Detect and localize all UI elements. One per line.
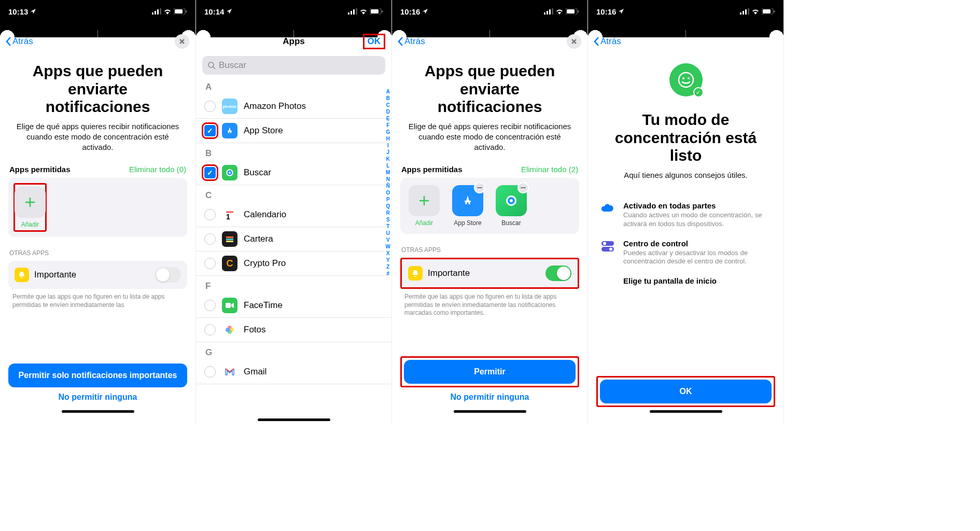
- importante-row[interactable]: Importante: [400, 258, 579, 289]
- index-letter[interactable]: O: [386, 189, 390, 196]
- index-letter[interactable]: C: [386, 102, 390, 108]
- index-letter[interactable]: Y: [386, 257, 390, 263]
- back-button[interactable]: Atrás: [5, 36, 33, 47]
- index-letter[interactable]: X: [386, 250, 390, 257]
- allowed-app-buscar[interactable]: Buscar: [495, 185, 528, 227]
- checkbox[interactable]: [204, 324, 216, 336]
- svg-rect-0: [152, 12, 153, 15]
- index-letter[interactable]: E: [386, 115, 390, 122]
- index-letter[interactable]: Z: [386, 263, 390, 270]
- index-letter[interactable]: T: [386, 223, 390, 230]
- status-bar: 10:16: [392, 0, 587, 23]
- index-letter[interactable]: Q: [386, 203, 390, 209]
- check-badge-icon: ✓: [693, 87, 704, 97]
- index-letter[interactable]: W: [386, 243, 390, 250]
- delete-all-button[interactable]: Eliminar todo (2): [521, 165, 578, 174]
- list-section-header: G: [196, 342, 391, 360]
- app-icon: [222, 322, 237, 338]
- index-letter[interactable]: H: [386, 135, 390, 142]
- toggle-icon: [599, 240, 616, 253]
- apps-allowed-header: Apps permitidas Eliminar todo (2): [392, 152, 587, 178]
- secondary-button[interactable]: No permitir ninguna: [400, 387, 579, 407]
- list-row[interactable]: CCrypto Pro: [196, 251, 391, 276]
- section-label: OTRAS APPS: [9, 249, 49, 257]
- ok-button[interactable]: OK: [363, 34, 386, 49]
- nav-bar: Atrás: [588, 30, 783, 53]
- close-button[interactable]: [567, 34, 581, 49]
- checkbox[interactable]: [204, 366, 216, 378]
- back-button[interactable]: Atrás: [397, 36, 425, 47]
- checkbox[interactable]: [204, 300, 216, 311]
- list-row[interactable]: Buscar: [196, 161, 391, 185]
- nav-title: Apps: [283, 36, 305, 47]
- list-row[interactable]: Cartera: [196, 227, 391, 251]
- index-letter[interactable]: F: [386, 122, 390, 129]
- secondary-button[interactable]: No permitir ninguna: [8, 387, 187, 407]
- list-row[interactable]: Gmail: [196, 360, 391, 384]
- index-letter[interactable]: A: [386, 88, 390, 95]
- index-letter[interactable]: D: [386, 108, 390, 115]
- hero-smiley-icon: ✓: [669, 63, 703, 96]
- index-letter[interactable]: Ñ: [386, 183, 390, 189]
- tip-desc: Puedes activar y desactivar los modos de…: [623, 249, 772, 267]
- close-button[interactable]: [175, 34, 189, 49]
- index-letter[interactable]: N: [386, 176, 390, 183]
- delete-all-button[interactable]: Eliminar todo (0): [129, 165, 186, 174]
- alpha-index[interactable]: ABCDEFGHIJKLMNÑOPQRSTUVWXYZ#: [386, 88, 390, 277]
- index-letter[interactable]: K: [386, 156, 390, 162]
- primary-button[interactable]: Permitir: [404, 360, 576, 384]
- remove-app-button[interactable]: [517, 182, 529, 193]
- importante-row[interactable]: Importante: [8, 261, 187, 289]
- list-row[interactable]: FaceTime: [196, 294, 391, 318]
- app-icon: [222, 231, 237, 247]
- page-description: Elige de qué apps quieres recibir notifi…: [392, 121, 587, 153]
- svg-rect-41: [763, 9, 771, 13]
- add-app-button[interactable]: Añadir: [408, 185, 441, 227]
- add-app-button[interactable]: Añadir: [13, 183, 47, 232]
- tip-desc: Cuando actives un modo de concentración,…: [623, 211, 772, 229]
- remove-app-button[interactable]: [474, 182, 485, 193]
- index-letter[interactable]: I: [386, 142, 390, 149]
- index-letter[interactable]: G: [386, 129, 390, 135]
- index-letter[interactable]: P: [386, 196, 390, 203]
- allowed-app-appstore[interactable]: App Store: [451, 185, 484, 227]
- index-letter[interactable]: L: [386, 162, 390, 169]
- status-bar: 10:13: [0, 0, 195, 23]
- index-letter[interactable]: R: [386, 209, 390, 216]
- checkbox[interactable]: [204, 101, 216, 112]
- svg-rect-32: [578, 10, 579, 12]
- importante-toggle[interactable]: [545, 266, 571, 281]
- svg-rect-36: [740, 12, 741, 15]
- ok-button[interactable]: OK: [600, 380, 772, 403]
- list-row[interactable]: ▬▬1Calendario: [196, 203, 391, 227]
- wifi-icon: [751, 8, 760, 15]
- index-letter[interactable]: U: [386, 230, 390, 236]
- index-letter[interactable]: M: [386, 169, 390, 176]
- back-button[interactable]: Atrás: [593, 36, 621, 47]
- list-row[interactable]: App Store: [196, 119, 391, 143]
- search-input[interactable]: Buscar: [202, 56, 385, 75]
- app-list: AphotosAmazon PhotosApp StoreBBuscarC▬▬1…: [196, 77, 391, 415]
- page-description: Aquí tienes algunos consejos útiles.: [588, 170, 783, 180]
- checkbox[interactable]: [204, 209, 216, 220]
- row-label: Importante: [428, 268, 540, 278]
- checkbox[interactable]: [204, 167, 216, 178]
- index-letter[interactable]: V: [386, 236, 390, 243]
- index-letter[interactable]: J: [386, 149, 390, 156]
- tip-title: Elige tu pantalla de inicio: [623, 276, 772, 285]
- checkbox[interactable]: [204, 258, 216, 269]
- index-letter[interactable]: B: [386, 95, 390, 102]
- checkbox[interactable]: [204, 125, 216, 136]
- back-label: Atrás: [12, 36, 33, 47]
- importante-toggle[interactable]: [155, 267, 181, 283]
- list-row[interactable]: Fotos: [196, 318, 391, 342]
- checkbox[interactable]: [204, 233, 216, 245]
- svg-rect-29: [552, 8, 553, 15]
- list-row[interactable]: photosAmazon Photos: [196, 94, 391, 119]
- screen-1: 10:13 Atrás Apps que pueden enviarte not…: [0, 0, 196, 425]
- nav-bar: Apps OK: [196, 30, 391, 53]
- index-letter[interactable]: S: [386, 216, 390, 223]
- svg-rect-26: [544, 12, 545, 15]
- primary-button[interactable]: Permitir solo notificaciones importantes: [8, 364, 187, 387]
- index-letter[interactable]: #: [386, 270, 390, 277]
